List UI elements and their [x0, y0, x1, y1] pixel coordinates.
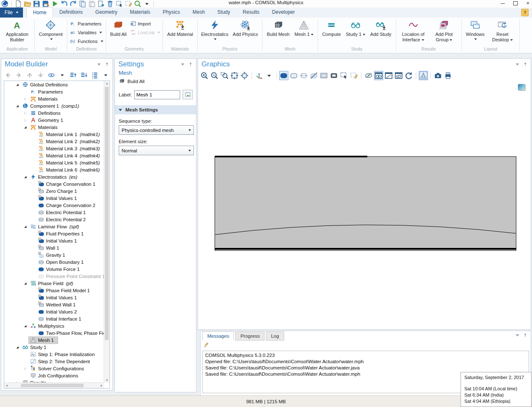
tree-item[interactable]: Material Link 5 (matlnk5) [4, 159, 104, 166]
tree-item[interactable]: Multiphysics [4, 322, 104, 329]
model-tree-nodes-icon[interactable] [91, 71, 99, 79]
graphics-toolbar-icon[interactable] [361, 72, 361, 79]
duplicate-icon[interactable] [97, 0, 105, 7]
mesh-settings-section[interactable]: Mesh Settings [115, 105, 196, 114]
zoom-in-icon[interactable] [200, 71, 209, 80]
go-back-icon[interactable] [4, 71, 12, 79]
deselect-icon[interactable] [309, 71, 318, 80]
tree-item[interactable]: Initial Interface 1 [4, 315, 104, 322]
view-hidden-icon[interactable] [384, 71, 393, 80]
tree-item[interactable]: Mesh 1 [4, 336, 104, 344]
ribbon-tab[interactable]: Mesh [186, 8, 211, 17]
tree-item[interactable]: Material Link 6 (matlnk6) [4, 166, 104, 173]
element-size-select[interactable]: Normal [119, 146, 194, 155]
tree-item[interactable]: Two-Phase Flow, Phase Field [4, 329, 104, 336]
select-domains-icon[interactable] [279, 71, 288, 80]
application-builder-button[interactable]: Application Builder [3, 18, 32, 43]
view-orientation-icon[interactable] [255, 71, 264, 80]
graphics-toolbar-icon[interactable] [276, 72, 277, 79]
ribbon-tab[interactable]: Physics [156, 8, 186, 17]
add-plot-group-button[interactable]: Add Plot Group [430, 18, 459, 43]
minimize-button[interactable] [500, 1, 505, 6]
tree-item[interactable]: Gravity 1 [4, 251, 104, 258]
build-all-action[interactable]: Build All [115, 77, 196, 86]
search-icon[interactable] [134, 0, 142, 7]
compute-button[interactable]: Compute [321, 18, 343, 38]
new-file-icon[interactable] [14, 0, 22, 7]
clear-selection-icon[interactable] [125, 0, 132, 7]
parameters-button[interactable]: Parameters [70, 20, 103, 27]
tree-expander[interactable] [24, 324, 29, 328]
select-objects-icon[interactable] [319, 71, 328, 80]
save-as-icon[interactable] [42, 0, 50, 7]
tree-expander[interactable] [16, 346, 21, 349]
show-mesh-icon[interactable] [419, 71, 428, 80]
run-icon[interactable] [51, 0, 59, 7]
tree-item[interactable]: Phase Field (pf) [4, 280, 104, 287]
tree-expander[interactable] [24, 111, 29, 115]
tree-item[interactable]: Materials [4, 124, 104, 131]
tree-item[interactable]: Step 1: Phase Initialization [4, 351, 104, 358]
comsol-logo[interactable] [1, 0, 9, 7]
ribbon-tab[interactable]: Results [237, 8, 266, 17]
select-all-icon[interactable] [329, 71, 339, 80]
save-icon[interactable] [33, 0, 41, 7]
view-orientation-caret-icon[interactable] [265, 71, 274, 80]
sequence-type-select[interactable]: Physics-controlled mesh [119, 125, 194, 135]
open-file-icon[interactable] [23, 0, 31, 7]
tree-expander[interactable] [24, 225, 29, 228]
pin-icon[interactable] [105, 62, 109, 67]
zoom-box-icon[interactable] [220, 71, 229, 80]
build-all-button[interactable]: Build All [109, 18, 128, 38]
hide-objects-icon[interactable] [364, 71, 373, 80]
tree-item[interactable]: Initial Values 1 [4, 237, 104, 244]
maximize-button[interactable] [513, 1, 518, 6]
tree-expander[interactable] [24, 126, 29, 129]
reset-desktop-button[interactable]: Reset Desktop [488, 18, 517, 43]
panel-menu-icon[interactable] [181, 63, 184, 66]
tree-item[interactable]: Definitions [4, 109, 104, 116]
messages-tab[interactable]: Progress [235, 331, 265, 341]
tree-item[interactable]: Material Link 4 (matlnk4) [4, 152, 104, 159]
tree-item[interactable]: Phase Field Model 1 [4, 287, 104, 294]
livelink-button[interactable]: LiveLink [130, 29, 160, 36]
ribbon-tab[interactable]: Definitions [53, 8, 89, 17]
variables-button[interactable]: Variables [70, 29, 103, 36]
zoom-extents-icon[interactable] [240, 71, 249, 80]
expand-all-icon[interactable] [80, 71, 88, 79]
show-icon[interactable] [47, 71, 56, 79]
ribbon-tab[interactable]: Study [211, 8, 237, 17]
tree-expander[interactable] [24, 367, 29, 370]
plot-thumbnail-icon[interactable] [518, 84, 525, 91]
build-mesh-button[interactable]: Build Mesh [265, 18, 291, 38]
tree-item[interactable]: Initial Values 1 [4, 195, 104, 202]
tree-expander[interactable] [24, 97, 29, 101]
messages-tab[interactable]: Log [266, 331, 284, 341]
close-button[interactable]: × [525, 1, 530, 6]
tree-item[interactable]: Electric Potential 2 [4, 216, 104, 223]
panel-menu-icon[interactable] [516, 63, 519, 66]
delete-icon[interactable] [106, 0, 114, 7]
messages-tab[interactable]: Messages [202, 331, 234, 341]
import-button[interactable]: Import [130, 20, 160, 27]
tree-item[interactable]: Charge Conservation 1 [4, 180, 104, 187]
ribbon-tab[interactable]: Materials [124, 8, 157, 17]
tree-item[interactable]: Solver Configurations [4, 365, 104, 372]
add-physics-button[interactable]: Add Physics [231, 18, 260, 38]
windows-button[interactable]: Windows [464, 18, 486, 41]
view-unhidden-icon[interactable] [374, 71, 383, 80]
move-down-icon[interactable] [36, 71, 45, 79]
panel-menu-icon[interactable] [516, 334, 519, 336]
click-select-icon[interactable] [339, 71, 349, 80]
tree-item[interactable]: Wall 1 [4, 244, 104, 251]
pin-icon[interactable] [523, 62, 527, 67]
tree-expander[interactable] [16, 104, 21, 108]
tree-item[interactable]: Materials [4, 95, 104, 102]
nodes-caret-icon[interactable] [102, 71, 110, 79]
tree-expander[interactable] [24, 282, 29, 285]
mesh-1-button[interactable]: Mesh 1 [293, 18, 315, 38]
collapse-all-icon[interactable] [69, 71, 77, 79]
component-button[interactable]: Component [37, 18, 64, 41]
rename-button[interactable] [183, 90, 193, 99]
tree-item[interactable]: Material Link 2 (matlnk2) [4, 138, 104, 145]
